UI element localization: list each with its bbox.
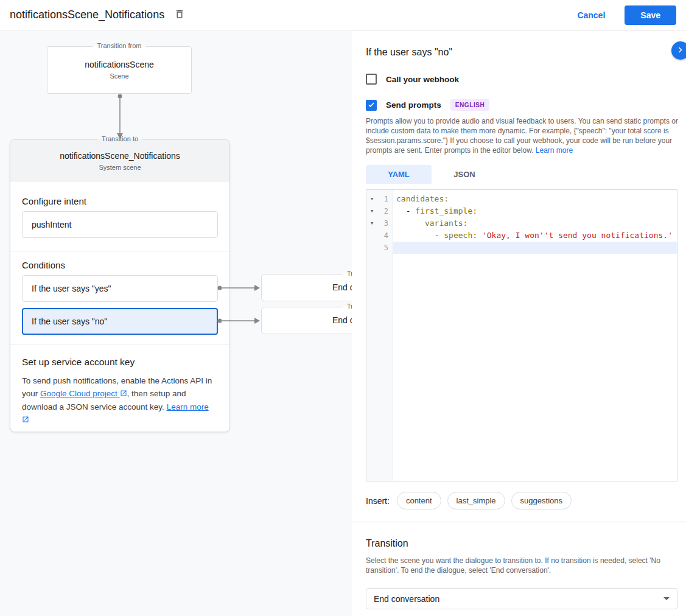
google-cloud-project-link-text: Google Cloud project	[40, 389, 117, 398]
page-title: notificationsScene_Notifications	[10, 9, 164, 21]
fold-spacer	[366, 242, 377, 254]
editor-lines: ▼ 1 candidates: ▼ 2 - first_simple: ▼ 3 …	[366, 193, 677, 254]
condition-title: If the user says "no"	[366, 47, 452, 58]
open-in-new-icon	[120, 390, 127, 399]
scene-type: System scene	[10, 164, 229, 171]
transition-to-label: Transition to	[97, 135, 142, 142]
call-your-webhook-checkbox[interactable]	[366, 74, 377, 85]
end-conversation-node[interactable]: Transition to End conversation	[261, 274, 352, 301]
line-number: 5	[377, 242, 393, 254]
from-scene-name: notificationsScene	[47, 60, 191, 69]
code-text[interactable]: - first_simple:	[393, 205, 677, 217]
configure-intent-heading: Configure intent	[22, 197, 218, 206]
scene-card: Transition to notificationsScene_Notific…	[10, 139, 230, 432]
conditions-heading: Conditions	[22, 261, 218, 270]
chevron-right-icon	[675, 44, 686, 57]
send-prompts-checkbox[interactable]	[366, 100, 377, 111]
fold-arrow-icon[interactable]: ▼	[366, 217, 377, 229]
insert-last-simple-button[interactable]: last_simple	[447, 492, 505, 509]
insert-label: Insert:	[366, 496, 390, 506]
top-bar: notificationsScene_Notifications Cancel …	[0, 0, 686, 30]
editor-format-tabs: YAML JSON	[366, 165, 497, 184]
section-divider	[352, 522, 686, 522]
line-number: 1	[377, 193, 393, 205]
service-account-text: To send push notifications, enable the A…	[22, 374, 218, 427]
cancel-button[interactable]: Cancel	[577, 10, 605, 20]
card-divider	[10, 345, 229, 345]
intent-item[interactable]: pushIntent	[22, 211, 218, 238]
end-conversation-node[interactable]: Transition to End conversation	[261, 307, 352, 334]
transition-select[interactable]: End conversation	[366, 588, 677, 609]
transition-description: Select the scene you want the dialogue t…	[366, 556, 679, 575]
prompts-learn-more-link[interactable]: Learn more	[536, 146, 573, 155]
code-line: 4 - speech: 'Okay, I won''t send you not…	[366, 229, 677, 242]
scene-card-body: Configure intent pushIntent Conditions I…	[10, 197, 229, 427]
card-divider	[10, 251, 229, 251]
service-account-heading: Set up service account key	[22, 357, 218, 367]
code-line: ▼ 2 - first_simple:	[366, 205, 677, 217]
delete-scene-button[interactable]	[174, 9, 185, 21]
condition-editor-panel: If the user says "no" Call your webhook …	[352, 31, 686, 616]
transition-from-label: Transition from	[93, 42, 146, 49]
checkmark-icon	[368, 100, 375, 111]
line-number: 2	[377, 205, 393, 217]
save-button[interactable]: Save	[625, 5, 676, 25]
insert-content-button[interactable]: content	[397, 492, 441, 509]
google-cloud-project-link[interactable]: Google Cloud project	[40, 389, 127, 398]
fold-arrow-icon[interactable]: ▼	[366, 193, 377, 205]
prompts-description: Prompts allow you to provide audio and v…	[366, 116, 679, 155]
open-in-new-icon	[22, 416, 29, 425]
line-number: 4	[377, 229, 393, 242]
transition-from-node[interactable]: Transition from notificationsScene Scene	[47, 46, 192, 94]
tab-yaml[interactable]: YAML	[366, 165, 432, 184]
transition-to-label: Transition to	[343, 270, 352, 277]
learn-more-link-text: Learn more	[167, 402, 209, 411]
from-scene-type: Scene	[47, 72, 191, 80]
code-text[interactable]: - speech: 'Okay, I won''t send you notif…	[393, 229, 677, 242]
code-text[interactable]	[393, 242, 677, 254]
send-prompts-label: Send prompts	[386, 100, 441, 110]
fold-spacer	[366, 229, 377, 242]
code-line: ▼ 3 variants:	[366, 217, 677, 229]
scene-name: notificationsScene_Notifications	[10, 140, 229, 161]
tab-json[interactable]: JSON	[432, 165, 497, 184]
prompt-code-editor[interactable]: ▼ 1 candidates: ▼ 2 - first_simple: ▼ 3 …	[366, 189, 677, 481]
insert-row: Insert: content last_simple suggestions	[366, 492, 578, 509]
transition-select-value: End conversation	[374, 594, 439, 604]
condition-item-no[interactable]: If the user says "no"	[22, 308, 218, 335]
collapse-panel-button[interactable]	[671, 41, 686, 60]
code-line: ▼ 1 candidates:	[366, 193, 677, 205]
code-text[interactable]: candidates:	[393, 193, 677, 205]
scene-card-header: notificationsScene_Notifications System …	[10, 140, 229, 181]
dropdown-arrow-icon	[663, 597, 670, 600]
trash-icon	[174, 9, 185, 21]
prompts-description-text: Prompts allow you to provide audio and v…	[366, 117, 678, 155]
transition-heading: Transition	[366, 538, 408, 549]
fold-arrow-icon[interactable]: ▼	[366, 205, 377, 217]
code-line-active: 5	[366, 242, 677, 254]
end-conversation-title: End conversation	[262, 307, 352, 334]
insert-suggestions-button[interactable]: suggestions	[511, 492, 572, 509]
scene-diagram-panel: Transition from notificationsScene Scene…	[0, 31, 352, 616]
prompts-row: Send prompts ENGLISH	[366, 99, 489, 111]
webhook-label: Call your webhook	[386, 75, 459, 84]
code-text[interactable]: variants:	[393, 217, 677, 229]
transition-to-label: Transition to	[343, 303, 352, 310]
line-number: 3	[377, 217, 393, 229]
condition-item-yes[interactable]: If the user says "yes"	[22, 275, 218, 302]
end-conversation-title: End conversation	[262, 275, 352, 301]
webhook-row: Call your webhook	[366, 74, 459, 85]
language-badge: ENGLISH	[450, 99, 490, 111]
